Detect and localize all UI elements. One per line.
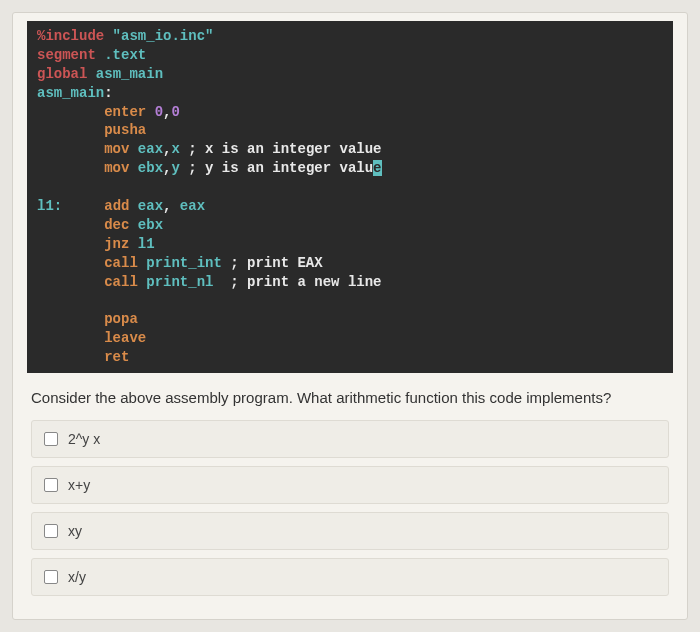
question-text: Consider the above assembly program. Wha… xyxy=(13,383,687,420)
option-row[interactable]: 2^y x xyxy=(31,420,669,458)
code-token: call xyxy=(104,255,138,271)
code-cursor: e xyxy=(373,160,381,176)
code-indent xyxy=(37,236,104,252)
code-token: add xyxy=(104,198,129,214)
code-token: segment xyxy=(37,47,96,63)
code-token: eax xyxy=(171,198,205,214)
code-label: l1: xyxy=(37,198,62,214)
options-list: 2^y x x+y xy x/y xyxy=(13,420,687,610)
code-token: leave xyxy=(104,330,146,346)
code-token: ; x is an integer value xyxy=(180,141,382,157)
code-indent xyxy=(37,217,104,233)
code-token: : xyxy=(104,85,112,101)
code-token: ret xyxy=(104,349,129,365)
option-label: x/y xyxy=(68,569,86,585)
code-token: .text xyxy=(96,47,146,63)
code-indent xyxy=(37,160,104,176)
code-token: global xyxy=(37,66,87,82)
code-token: pusha xyxy=(104,122,146,138)
code-token: x xyxy=(171,141,179,157)
code-indent xyxy=(37,330,104,346)
code-block: %include "asm_io.inc" segment .text glob… xyxy=(27,21,673,373)
code-token: asm_main xyxy=(87,66,163,82)
code-token: ebx xyxy=(129,217,163,233)
question-card: %include "asm_io.inc" segment .text glob… xyxy=(12,12,688,620)
code-indent xyxy=(37,141,104,157)
code-token: popa xyxy=(104,311,138,327)
code-token: eax xyxy=(129,141,163,157)
option-label: xy xyxy=(68,523,82,539)
code-token: eax xyxy=(129,198,163,214)
code-token: ; print a new line xyxy=(213,274,381,290)
code-token: ; print EAX xyxy=(222,255,323,271)
option-row[interactable]: x+y xyxy=(31,466,669,504)
code-token: asm_main xyxy=(37,85,104,101)
code-token: y xyxy=(171,160,179,176)
code-token: mov xyxy=(104,160,129,176)
option-label: 2^y x xyxy=(68,431,100,447)
code-indent xyxy=(37,104,104,120)
code-indent xyxy=(62,198,104,214)
code-token: dec xyxy=(104,217,129,233)
code-token: 0 xyxy=(171,104,179,120)
code-token: 0 xyxy=(146,104,163,120)
code-token: ebx xyxy=(129,160,163,176)
option-row[interactable]: x/y xyxy=(31,558,669,596)
code-token: "asm_io.inc" xyxy=(104,28,213,44)
code-token: print_nl xyxy=(138,274,214,290)
option-label: x+y xyxy=(68,477,90,493)
checkbox-icon[interactable] xyxy=(44,570,58,584)
checkbox-icon[interactable] xyxy=(44,524,58,538)
code-token: ; y is an integer valu xyxy=(180,160,373,176)
code-token: l1 xyxy=(129,236,154,252)
code-indent xyxy=(37,122,104,138)
code-indent xyxy=(37,255,104,271)
code-token: %include xyxy=(37,28,104,44)
checkbox-icon[interactable] xyxy=(44,478,58,492)
code-token: print_int xyxy=(138,255,222,271)
code-token: jnz xyxy=(104,236,129,252)
code-indent xyxy=(37,311,104,327)
code-indent xyxy=(37,274,104,290)
code-token: mov xyxy=(104,141,129,157)
option-row[interactable]: xy xyxy=(31,512,669,550)
code-token: enter xyxy=(104,104,146,120)
checkbox-icon[interactable] xyxy=(44,432,58,446)
code-indent xyxy=(37,349,104,365)
code-token: call xyxy=(104,274,138,290)
